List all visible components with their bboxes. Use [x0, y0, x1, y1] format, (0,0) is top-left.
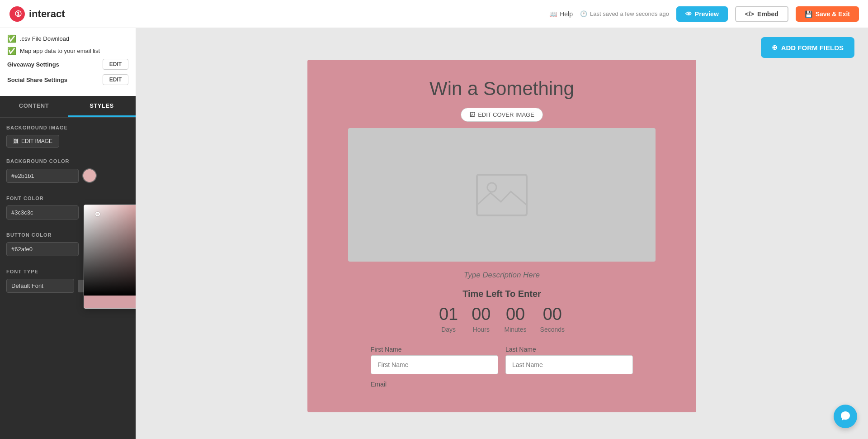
color-picker-popup — [84, 205, 136, 309]
email-field-group: Email — [371, 381, 633, 390]
color-picker-gradient-area[interactable] — [84, 205, 136, 296]
check-icon-csv: ✅ — [7, 34, 16, 43]
placeholder-image-icon — [475, 172, 529, 218]
giveaway-card: Win a Something 🖼 EDIT COVER IMAGE Type … — [307, 60, 696, 412]
color-gradient-main[interactable] — [84, 205, 136, 296]
edit-cover-image-button[interactable]: 🖼 EDIT COVER IMAGE — [461, 108, 543, 122]
add-form-fields-button[interactable]: ⊕ ADD FORM FIELDS — [761, 37, 854, 58]
logo-text: interact — [29, 8, 65, 20]
interact-logo-icon: ① — [9, 6, 25, 22]
save-status: 🕐 Last saved a few seconds ago — [580, 10, 669, 17]
first-name-input[interactable] — [371, 355, 498, 374]
clock-icon: 🕐 — [580, 10, 587, 17]
chat-bubble-button[interactable] — [834, 405, 857, 428]
background-image-title: BACKGROUND IMAGE — [6, 125, 129, 130]
description-placeholder[interactable]: Type Description Here — [464, 271, 540, 280]
name-fields-row: First Name Last Name — [371, 346, 633, 374]
giveaway-settings-edit-button[interactable]: EDIT — [103, 59, 128, 70]
font-color-input[interactable] — [6, 205, 79, 220]
last-name-field: Last Name — [505, 346, 633, 374]
countdown-row: 01 Days 00 Hours 00 Minutes 00 Seconds — [439, 305, 565, 333]
background-color-row — [6, 168, 129, 183]
top-navigation: ① interact 📖 Help 🕐 Last saved a few sec… — [0, 0, 868, 28]
save-icon: 💾 — [805, 10, 812, 18]
checklist-item-map: ✅ Map app data to your email list — [7, 47, 128, 55]
image-icon: 🖼 — [469, 111, 475, 118]
giveaway-title: Win a Something — [429, 78, 574, 100]
sidebar-tabs: CONTENT STYLES — [0, 96, 136, 118]
sidebar: ✅ .csv File Download ✅ Map app data to y… — [0, 28, 136, 439]
countdown-days: 01 Days — [439, 305, 458, 333]
tab-content[interactable]: CONTENT — [0, 96, 68, 117]
book-icon: 📖 — [549, 10, 557, 18]
countdown-hours: 00 Hours — [472, 305, 491, 333]
help-link[interactable]: 📖 Help — [549, 10, 573, 18]
cover-image-placeholder — [348, 128, 656, 262]
last-name-input[interactable] — [505, 355, 633, 374]
background-color-section: BACKGROUND COLOR — [0, 151, 136, 188]
image-icon: 🖼 — [13, 138, 19, 144]
main-content: ⊕ ADD FORM FIELDS Win a Something 🖼 EDIT… — [136, 28, 868, 439]
first-name-field: First Name — [371, 346, 498, 374]
color-preview-bar — [84, 296, 136, 308]
gradient-cursor — [95, 212, 100, 216]
code-icon: </> — [745, 10, 754, 18]
chat-icon — [840, 410, 851, 422]
countdown-minutes: 00 Minutes — [505, 305, 527, 333]
background-color-title: BACKGROUND COLOR — [6, 158, 129, 164]
social-share-edit-button[interactable]: EDIT — [103, 74, 128, 85]
svg-text:①: ① — [14, 10, 22, 19]
preview-button[interactable]: 👁 Preview — [676, 6, 728, 22]
embed-button[interactable]: </> Embed — [735, 6, 788, 22]
plus-circle-icon: ⊕ — [772, 43, 778, 52]
social-share-settings-row: Social Share Settings EDIT — [7, 74, 128, 85]
check-icon-map: ✅ — [7, 47, 16, 55]
giveaway-settings-row: Giveaway Settings EDIT — [7, 59, 128, 70]
save-exit-button[interactable]: 💾 Save & Exit — [796, 6, 859, 22]
svg-rect-2 — [477, 175, 527, 215]
main-layout: ✅ .csv File Download ✅ Map app data to y… — [0, 28, 868, 439]
font-type-input[interactable] — [6, 279, 74, 293]
checklist-item-csv: ✅ .csv File Download — [7, 34, 128, 43]
button-color-input[interactable] — [6, 242, 79, 256]
eye-icon: 👁 — [685, 10, 692, 18]
tab-styles[interactable]: STYLES — [68, 96, 136, 117]
sidebar-top-section: ✅ .csv File Download ✅ Map app data to y… — [0, 28, 136, 96]
font-color-title: FONT COLOR — [6, 196, 129, 201]
edit-image-button[interactable]: 🖼 EDIT IMAGE — [6, 135, 59, 148]
logo-area: ① interact — [9, 6, 542, 22]
time-section-title: Time Left To Enter — [462, 289, 541, 299]
countdown-seconds: 00 Seconds — [540, 305, 565, 333]
background-image-section: BACKGROUND IMAGE 🖼 EDIT IMAGE — [0, 118, 136, 151]
background-color-input[interactable] — [6, 169, 79, 183]
background-color-swatch[interactable] — [82, 168, 97, 183]
svg-point-3 — [487, 183, 496, 192]
